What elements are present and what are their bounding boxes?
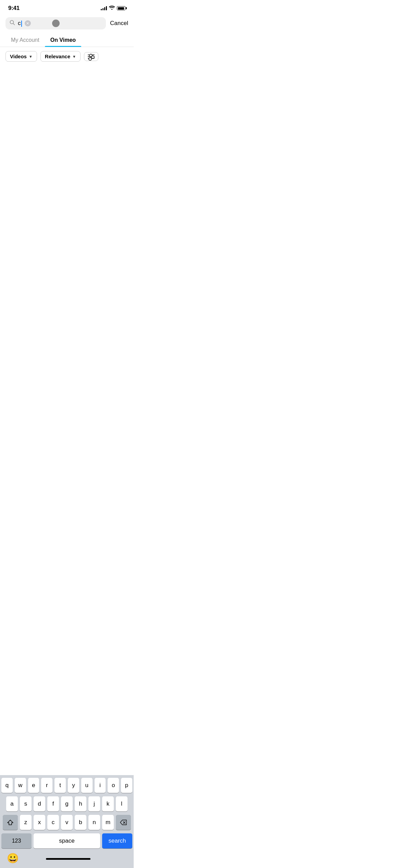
- cancel-button[interactable]: Cancel: [110, 20, 128, 27]
- search-clear-button[interactable]: ✕: [25, 20, 31, 26]
- tab-my-account[interactable]: My Account: [5, 34, 45, 47]
- tabs-row: My Account On Vimeo: [0, 34, 134, 47]
- sliders-icon: [88, 55, 95, 59]
- filter-row: Videos ▼ Relevance ▼: [0, 47, 134, 66]
- scroll-thumb: [52, 20, 60, 27]
- relevance-filter-button[interactable]: Relevance ▼: [40, 51, 81, 62]
- chevron-down-icon: ▼: [29, 55, 33, 59]
- search-input-container[interactable]: c ✕: [5, 17, 106, 29]
- search-icon: [10, 20, 15, 27]
- content-area: [0, 66, 134, 169]
- videos-filter-label: Videos: [10, 53, 27, 59]
- wifi-icon: [109, 5, 115, 11]
- status-time: 9:41: [8, 5, 20, 12]
- search-bar-row: c ✕ Cancel: [0, 14, 134, 34]
- tab-on-vimeo[interactable]: On Vimeo: [45, 34, 81, 47]
- chevron-down-icon: ▼: [72, 55, 76, 59]
- status-bar: 9:41: [0, 0, 134, 14]
- relevance-filter-label: Relevance: [45, 53, 70, 59]
- search-input-text[interactable]: c: [18, 20, 22, 27]
- videos-filter-button[interactable]: Videos ▼: [5, 51, 37, 62]
- advanced-filter-button[interactable]: [84, 52, 98, 61]
- signal-icon: [101, 6, 107, 10]
- status-icons: [101, 5, 125, 11]
- svg-line-1: [13, 24, 15, 25]
- battery-icon: [117, 6, 125, 10]
